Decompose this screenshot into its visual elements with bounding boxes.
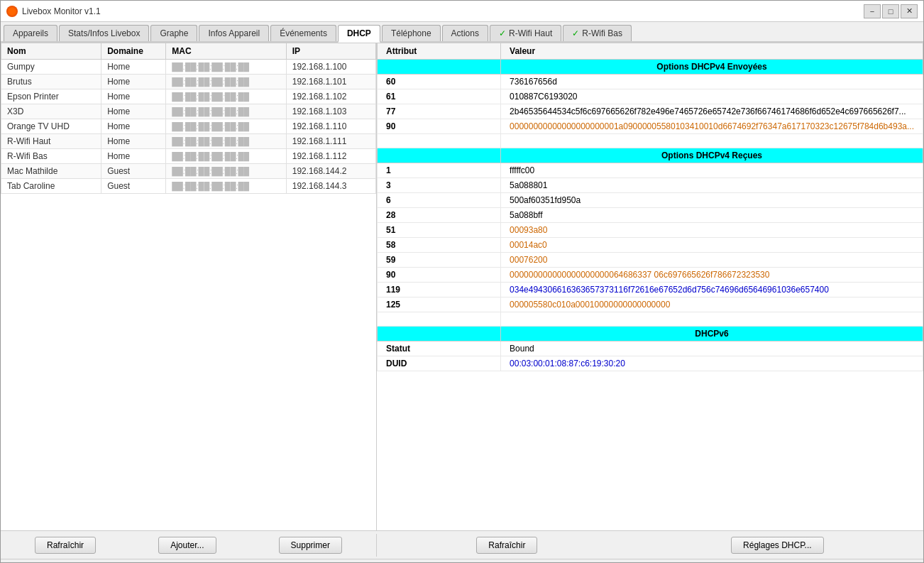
tab-evenements[interactable]: Événements: [270, 25, 336, 41]
cell-ip: 192.168.144.3: [286, 179, 375, 194]
cell-mac: ██:██:██:██:██:██: [166, 119, 286, 134]
dhcp-attr: 58: [378, 238, 501, 253]
table-row[interactable]: R-Wifi BasHome██:██:██:██:██:██192.168.1…: [1, 149, 376, 164]
dhcp-val: 00:03:00:01:08:87:c6:19:30:20: [501, 356, 923, 371]
dhcp-attr: 119: [378, 283, 501, 297]
cell-mac: ██:██:██:██:██:██: [166, 179, 286, 194]
refresh-left-button[interactable]: Rafraîchir: [35, 537, 96, 554]
cell-ip: 192.168.1.100: [286, 60, 375, 75]
tab-telephone[interactable]: Téléphone: [382, 25, 441, 41]
dhcp-row: 119034e494306616363657373116f72616e67652…: [378, 283, 923, 297]
dhcp-attr: 90: [378, 119, 501, 134]
table-row[interactable]: X3DHome██:██:██:██:██:██192.168.1.103: [1, 104, 376, 119]
table-row[interactable]: GumpyHome██:██:██:██:██:██192.168.1.100: [1, 60, 376, 75]
table-row[interactable]: Tab CarolineGuest██:██:██:██:██:██192.16…: [1, 179, 376, 194]
tab-label: Événements: [280, 28, 327, 38]
dhcp-val: 000000000000000000000064686337 06c697665…: [501, 268, 923, 283]
cell-domaine: Home: [101, 75, 166, 89]
table-row[interactable]: BrutusHome██:██:██:██:██:██192.168.1.101: [1, 75, 376, 89]
dhcp-row: 285a088bff: [378, 208, 923, 223]
bottom-bar: Rafraîchir Ajouter... Supprimer Rafraîch…: [1, 530, 923, 559]
dhcp-attr: 3: [378, 178, 501, 193]
dhcp-val: 034e494306616363657373116f72616e67652d6d…: [501, 283, 923, 297]
dhcp-val: 00076200: [501, 253, 923, 268]
table-row[interactable]: R-Wifi HautHome██:██:██:██:██:██192.168.…: [1, 134, 376, 149]
dhcp-details-container[interactable]: AttributValeurOptions DHCPv4 Envoyées607…: [377, 43, 923, 530]
section-header: Options DHCPv4 Reçues: [378, 148, 923, 163]
tab-graphe[interactable]: Graphe: [150, 25, 197, 41]
tab-label: Actions: [451, 28, 479, 38]
title-bar-left: Livebox Monitor v1.1: [6, 6, 101, 17]
cell-mac: ██:██:██:██:██:██: [166, 60, 286, 75]
dhcp-row: 1fffffc00: [378, 163, 923, 178]
dhcp-val: fffffc00: [501, 163, 923, 178]
add-button[interactable]: Ajouter...: [158, 537, 216, 554]
section-attr-cell: [378, 327, 501, 341]
dhcp-attr: 51: [378, 223, 501, 238]
dhcp-attr: 6: [378, 193, 501, 208]
col-header-nom: Nom: [1, 43, 101, 60]
devices-table-container[interactable]: NomDomaineMACIPGumpyHome██:██:██:██:██:█…: [1, 43, 376, 530]
tab-label: Téléphone: [391, 28, 431, 38]
tab-rwifi-haut[interactable]: ✓R-Wifi Haut: [490, 25, 561, 41]
dhcp-attr: 61: [378, 89, 501, 104]
dhcp-settings-button[interactable]: Réglages DHCP...: [731, 537, 824, 554]
tab-appareils[interactable]: Appareils: [4, 25, 57, 41]
tab-dhcp[interactable]: DHCP: [338, 25, 380, 43]
table-row[interactable]: Mac MathildeGuest██:██:██:██:██:██192.16…: [1, 164, 376, 179]
tab-label: Stats/Infos Livebox: [68, 28, 140, 38]
tab-stats[interactable]: Stats/Infos Livebox: [59, 25, 149, 41]
cell-ip: 192.168.1.102: [286, 89, 375, 104]
cell-ip: 192.168.1.101: [286, 75, 375, 89]
tab-rwifi-bas[interactable]: ✓R-Wifi Bas: [563, 25, 632, 41]
dhcp-row: 6500af60351fd950a: [378, 193, 923, 208]
maximize-button[interactable]: □: [882, 4, 899, 18]
cell-ip: 192.168.1.110: [286, 119, 375, 134]
dhcp-row: 9000000000000000000000001a09000005580103…: [378, 119, 923, 134]
cell-nom: Mac Mathilde: [1, 164, 101, 179]
cell-domaine: Guest: [101, 179, 166, 194]
tab-label: DHCP: [347, 28, 371, 38]
dhcp-attr: 90: [378, 268, 501, 283]
dhcp-val: 5a088bff: [501, 208, 923, 223]
table-row[interactable]: Orange TV UHDHome██:██:██:██:██:██192.16…: [1, 119, 376, 134]
dhcp-row: 5800014ac0: [378, 238, 923, 253]
dhcp-row: 125000005580c010a00010000000000000000: [378, 297, 923, 312]
dhcp-attr: 77: [378, 104, 501, 119]
status-bar: [Main]: [1, 559, 923, 563]
tabs-bar: AppareilsStats/Infos LiveboxGrapheInfos …: [1, 22, 923, 43]
cell-ip: 192.168.1.103: [286, 104, 375, 119]
dhcp-attr: 59: [378, 253, 501, 268]
cell-domaine: Home: [101, 89, 166, 104]
cell-mac: ██:██:██:██:██:██: [166, 164, 286, 179]
refresh-right-button[interactable]: Rafraîchir: [476, 537, 537, 554]
right-col-header: Attribut: [378, 43, 501, 60]
tab-label: R-Wifi Bas: [582, 28, 622, 38]
tab-label: R-Wifi Haut: [509, 28, 552, 38]
tab-actions[interactable]: Actions: [442, 25, 488, 41]
cell-nom: X3D: [1, 104, 101, 119]
dhcp-attr: Statut: [378, 341, 501, 356]
section-title: Options DHCPv4 Envoyées: [501, 60, 923, 75]
cell-nom: Tab Caroline: [1, 179, 101, 194]
minimize-button[interactable]: −: [864, 4, 881, 18]
col-header-domaine: Domaine: [101, 43, 166, 60]
close-button[interactable]: ✕: [901, 4, 918, 18]
dhcp-attr: 1: [378, 163, 501, 178]
dhcp-attr: 60: [378, 75, 501, 89]
delete-button[interactable]: Supprimer: [279, 537, 342, 554]
dhcp-row: 772b46535644534c5f6c697665626f782e496e74…: [378, 104, 923, 119]
cell-domaine: Home: [101, 134, 166, 149]
table-row[interactable]: Epson PrinterHome██:██:██:██:██:██192.16…: [1, 89, 376, 104]
section-title: Options DHCPv4 Reçues: [501, 148, 923, 163]
cell-nom: Orange TV UHD: [1, 119, 101, 134]
dhcp-val: 736167656d: [501, 75, 923, 89]
dhcp-val: 5a088801: [501, 178, 923, 193]
cell-mac: ██:██:██:██:██:██: [166, 89, 286, 104]
dhcp-attr: 125: [378, 297, 501, 312]
tab-label: Graphe: [160, 28, 188, 38]
section-attr-cell: [378, 148, 501, 163]
dhcp-row: 5100093a80: [378, 223, 923, 238]
main-content: NomDomaineMACIPGumpyHome██:██:██:██:██:█…: [1, 43, 923, 530]
tab-infos[interactable]: Infos Appareil: [199, 25, 269, 41]
